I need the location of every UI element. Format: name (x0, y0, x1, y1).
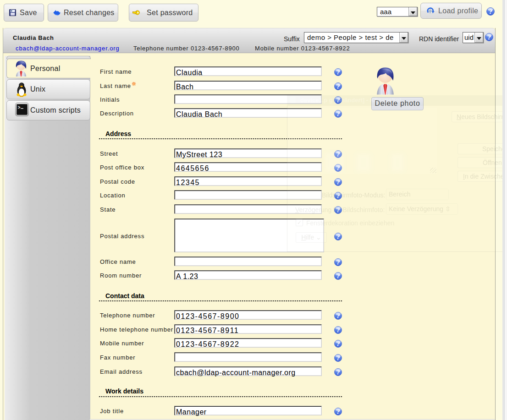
svg-text:>: > (18, 105, 21, 110)
